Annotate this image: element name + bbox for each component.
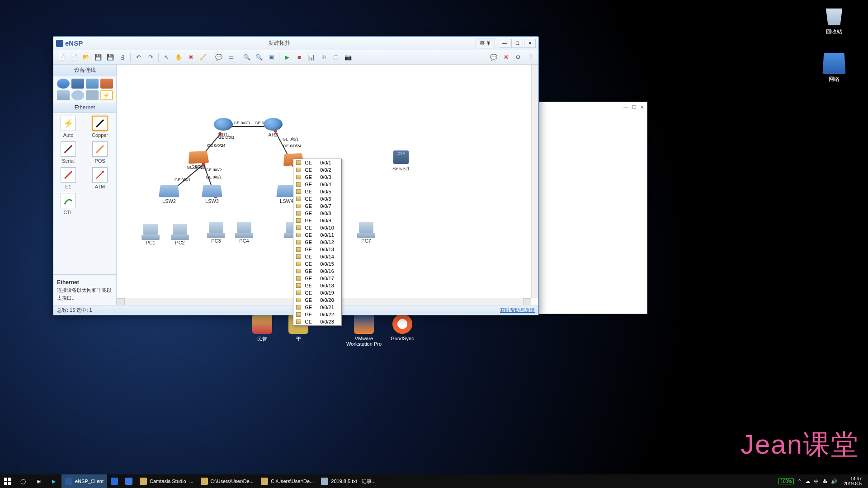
- port-option[interactable]: GE0/0/6: [293, 195, 341, 202]
- port-option[interactable]: GE0/0/16: [293, 267, 341, 275]
- start-button[interactable]: [0, 474, 15, 488]
- status-feedback-link[interactable]: 获取帮助与反馈: [500, 307, 535, 314]
- zoomin-button[interactable]: 🔍: [241, 52, 252, 63]
- port-option[interactable]: GE0/0/5: [293, 188, 341, 195]
- open-button[interactable]: 📂: [80, 52, 91, 63]
- search-button[interactable]: ◯: [15, 474, 31, 488]
- node-pc4[interactable]: PC4: [235, 222, 253, 244]
- taskview-button[interactable]: ⊞: [31, 474, 46, 488]
- device-cat-firewall[interactable]: [100, 79, 113, 89]
- port-option[interactable]: GE0/0/7: [293, 202, 341, 210]
- port-option[interactable]: GE0/0/9: [293, 217, 341, 224]
- conn-pos[interactable]: POS: [89, 141, 111, 164]
- saveas-button[interactable]: 💾: [105, 52, 116, 63]
- close-button[interactable]: ✕: [524, 39, 536, 48]
- fit-button[interactable]: ▣: [266, 52, 277, 63]
- capture-button[interactable]: 📊: [306, 52, 317, 63]
- node-pc2[interactable]: PC2: [171, 224, 189, 245]
- device-cat-other[interactable]: [86, 90, 99, 100]
- huawei-icon[interactable]: ❋: [500, 52, 511, 63]
- desktop-recycle-bin[interactable]: 回收站: [818, 5, 850, 36]
- port-option[interactable]: GE0/0/23: [293, 318, 341, 325]
- port-option[interactable]: GE0/0/15: [293, 260, 341, 267]
- conn-atm[interactable]: ATM: [89, 167, 111, 189]
- node-ar1[interactable]: AR1: [214, 118, 233, 137]
- device-cat-router[interactable]: [57, 79, 70, 89]
- new-button[interactable]: 📄: [68, 52, 79, 63]
- conn-ctl[interactable]: CTL: [57, 193, 80, 215]
- desktop-shortcut-goodsync[interactable]: GoodSync: [384, 314, 420, 341]
- taskbar-task[interactable]: [107, 474, 122, 488]
- desktop-network[interactable]: 网络: [818, 52, 850, 83]
- desktop-shortcut-vmware[interactable]: VMware Workstation Pro: [346, 314, 382, 347]
- titlebar[interactable]: eNSP 新建拓扑 菜 单 — ☐ ✕: [53, 37, 538, 50]
- settings-button[interactable]: ⚙: [513, 52, 524, 63]
- new-topo-button[interactable]: 📄: [56, 52, 67, 63]
- port-option[interactable]: GE0/0/19: [293, 289, 341, 296]
- print-button[interactable]: 🖨: [117, 52, 128, 63]
- port-option[interactable]: GE0/0/8: [293, 210, 341, 217]
- port-selection-popup[interactable]: GE0/0/1GE0/0/2GE0/0/3GE0/0/4GE0/0/5GE0/0…: [293, 159, 342, 326]
- save-button[interactable]: 💾: [93, 52, 104, 63]
- window-button[interactable]: ▢: [330, 52, 341, 63]
- scrollbar-vertical[interactable]: [531, 65, 538, 298]
- taskbar-clock[interactable]: 14:47 2019-8-5: [841, 476, 864, 486]
- port-option[interactable]: GE0/0/3: [293, 174, 341, 181]
- undo-button[interactable]: ↶: [133, 52, 144, 63]
- port-option[interactable]: GE0/0/18: [293, 282, 341, 289]
- device-cat-switch[interactable]: [71, 79, 84, 89]
- port-option[interactable]: GE0/0/11: [293, 231, 341, 239]
- taskbar-task[interactable]: 2019.8.5.txt - 记事...: [317, 474, 379, 488]
- conn-auto[interactable]: ⚡Auto: [57, 116, 80, 138]
- port-option[interactable]: GE0/0/21: [293, 304, 341, 311]
- broom-button[interactable]: 🧹: [198, 52, 208, 63]
- start-button[interactable]: ▶: [282, 52, 292, 63]
- tray-ime[interactable]: 中: [814, 478, 819, 485]
- node-s5700[interactable]: S5700: [189, 150, 208, 170]
- cli-button[interactable]: ⎚: [318, 52, 329, 63]
- node-ar2[interactable]: AR2: [264, 118, 283, 137]
- node-server1[interactable]: Server1: [392, 150, 410, 171]
- delete-button[interactable]: ✖: [185, 52, 196, 63]
- taskbar-task[interactable]: C:\Users\User\De...: [257, 474, 317, 488]
- port-option[interactable]: GE0/0/17: [293, 275, 341, 282]
- stop-button[interactable]: ■: [294, 52, 305, 63]
- node-lsw3[interactable]: LSW3: [203, 184, 222, 204]
- tray-cloud-icon[interactable]: ☁: [805, 479, 810, 484]
- taskbar-task[interactable]: eNSP_Client: [61, 474, 107, 488]
- node-lsw2[interactable]: LSW2: [160, 184, 179, 204]
- port-option[interactable]: GE0/0/20: [293, 296, 341, 304]
- port-option[interactable]: GE0/0/22: [293, 311, 341, 318]
- conn-e1[interactable]: E1: [57, 167, 80, 189]
- screenshot-button[interactable]: 📷: [343, 52, 354, 63]
- text-tool[interactable]: 💬: [213, 52, 224, 63]
- pan-tool[interactable]: ✋: [173, 52, 184, 63]
- port-option[interactable]: GE0/0/12: [293, 239, 341, 246]
- port-option[interactable]: GE0/0/10: [293, 224, 341, 231]
- device-cat-pc[interactable]: [57, 90, 70, 100]
- msg-button[interactable]: 💬: [488, 52, 499, 63]
- palette-tool[interactable]: ▭: [226, 52, 236, 63]
- maximize-button[interactable]: ☐: [511, 39, 523, 48]
- node-pc1[interactable]: PC1: [142, 224, 160, 245]
- conn-copper[interactable]: Copper: [89, 116, 111, 138]
- redo-button[interactable]: ↷: [145, 52, 156, 63]
- media-button[interactable]: ▶: [46, 474, 61, 488]
- conn-serial[interactable]: Serial: [57, 141, 80, 164]
- taskbar-task[interactable]: [122, 474, 136, 488]
- device-cat-connection[interactable]: [100, 90, 113, 100]
- help-button[interactable]: ❔: [525, 52, 536, 63]
- select-tool[interactable]: ↖: [161, 52, 172, 63]
- minimize-button[interactable]: —: [499, 39, 510, 48]
- device-cat-cloud[interactable]: [71, 90, 84, 100]
- notepad-max[interactable]: ☐: [632, 104, 637, 110]
- port-option[interactable]: GE0/0/2: [293, 166, 341, 174]
- battery-indicator[interactable]: 100%: [778, 479, 794, 484]
- menu-button[interactable]: 菜 单: [476, 38, 495, 48]
- port-option[interactable]: GE0/0/1: [293, 159, 341, 166]
- desktop-shortcut-1[interactable]: 民普: [244, 314, 280, 343]
- port-option[interactable]: GE0/0/4: [293, 181, 341, 188]
- port-option[interactable]: GE0/0/13: [293, 246, 341, 253]
- tray-volume-icon[interactable]: 🔊: [831, 479, 837, 484]
- port-option[interactable]: GE0/0/14: [293, 253, 341, 260]
